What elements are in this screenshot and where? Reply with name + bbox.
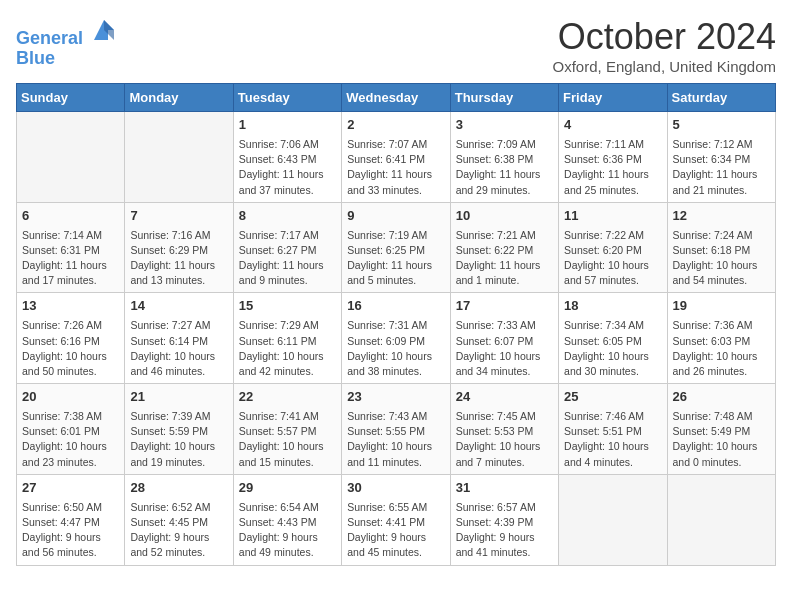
calendar-cell	[559, 474, 667, 565]
day-info: Sunrise: 7:34 AM Sunset: 6:05 PM Dayligh…	[564, 318, 661, 379]
logo-icon	[90, 16, 118, 44]
calendar-cell: 28Sunrise: 6:52 AM Sunset: 4:45 PM Dayli…	[125, 474, 233, 565]
calendar-cell: 22Sunrise: 7:41 AM Sunset: 5:57 PM Dayli…	[233, 384, 341, 475]
weekday-header: Saturday	[667, 84, 775, 112]
calendar-cell: 15Sunrise: 7:29 AM Sunset: 6:11 PM Dayli…	[233, 293, 341, 384]
calendar-cell: 31Sunrise: 6:57 AM Sunset: 4:39 PM Dayli…	[450, 474, 558, 565]
calendar-week-row: 27Sunrise: 6:50 AM Sunset: 4:47 PM Dayli…	[17, 474, 776, 565]
day-info: Sunrise: 7:48 AM Sunset: 5:49 PM Dayligh…	[673, 409, 770, 470]
day-info: Sunrise: 7:17 AM Sunset: 6:27 PM Dayligh…	[239, 228, 336, 289]
day-number: 22	[239, 388, 336, 407]
weekday-header: Friday	[559, 84, 667, 112]
day-info: Sunrise: 6:52 AM Sunset: 4:45 PM Dayligh…	[130, 500, 227, 561]
calendar-cell: 29Sunrise: 6:54 AM Sunset: 4:43 PM Dayli…	[233, 474, 341, 565]
day-number: 17	[456, 297, 553, 316]
calendar-cell: 17Sunrise: 7:33 AM Sunset: 6:07 PM Dayli…	[450, 293, 558, 384]
day-info: Sunrise: 7:19 AM Sunset: 6:25 PM Dayligh…	[347, 228, 444, 289]
day-info: Sunrise: 7:29 AM Sunset: 6:11 PM Dayligh…	[239, 318, 336, 379]
calendar-cell: 18Sunrise: 7:34 AM Sunset: 6:05 PM Dayli…	[559, 293, 667, 384]
day-info: Sunrise: 7:07 AM Sunset: 6:41 PM Dayligh…	[347, 137, 444, 198]
day-number: 20	[22, 388, 119, 407]
day-info: Sunrise: 7:33 AM Sunset: 6:07 PM Dayligh…	[456, 318, 553, 379]
day-number: 10	[456, 207, 553, 226]
day-info: Sunrise: 7:26 AM Sunset: 6:16 PM Dayligh…	[22, 318, 119, 379]
day-info: Sunrise: 7:45 AM Sunset: 5:53 PM Dayligh…	[456, 409, 553, 470]
day-info: Sunrise: 7:36 AM Sunset: 6:03 PM Dayligh…	[673, 318, 770, 379]
day-info: Sunrise: 7:31 AM Sunset: 6:09 PM Dayligh…	[347, 318, 444, 379]
calendar-cell: 27Sunrise: 6:50 AM Sunset: 4:47 PM Dayli…	[17, 474, 125, 565]
calendar-cell	[667, 474, 775, 565]
page-header: General Blue October 2024 Oxford, Englan…	[16, 16, 776, 75]
day-number: 6	[22, 207, 119, 226]
day-number: 3	[456, 116, 553, 135]
calendar-cell: 12Sunrise: 7:24 AM Sunset: 6:18 PM Dayli…	[667, 202, 775, 293]
day-number: 15	[239, 297, 336, 316]
day-number: 7	[130, 207, 227, 226]
calendar-cell: 30Sunrise: 6:55 AM Sunset: 4:41 PM Dayli…	[342, 474, 450, 565]
day-info: Sunrise: 6:55 AM Sunset: 4:41 PM Dayligh…	[347, 500, 444, 561]
day-info: Sunrise: 6:54 AM Sunset: 4:43 PM Dayligh…	[239, 500, 336, 561]
day-number: 11	[564, 207, 661, 226]
calendar-cell: 21Sunrise: 7:39 AM Sunset: 5:59 PM Dayli…	[125, 384, 233, 475]
day-info: Sunrise: 7:39 AM Sunset: 5:59 PM Dayligh…	[130, 409, 227, 470]
calendar-cell: 9Sunrise: 7:19 AM Sunset: 6:25 PM Daylig…	[342, 202, 450, 293]
weekday-header-row: SundayMondayTuesdayWednesdayThursdayFrid…	[17, 84, 776, 112]
day-number: 30	[347, 479, 444, 498]
calendar-cell: 11Sunrise: 7:22 AM Sunset: 6:20 PM Dayli…	[559, 202, 667, 293]
day-info: Sunrise: 7:06 AM Sunset: 6:43 PM Dayligh…	[239, 137, 336, 198]
calendar-cell	[125, 112, 233, 203]
day-number: 31	[456, 479, 553, 498]
location-text: Oxford, England, United Kingdom	[553, 58, 776, 75]
day-number: 2	[347, 116, 444, 135]
day-info: Sunrise: 7:22 AM Sunset: 6:20 PM Dayligh…	[564, 228, 661, 289]
calendar-cell: 23Sunrise: 7:43 AM Sunset: 5:55 PM Dayli…	[342, 384, 450, 475]
day-number: 9	[347, 207, 444, 226]
day-number: 1	[239, 116, 336, 135]
calendar-cell: 20Sunrise: 7:38 AM Sunset: 6:01 PM Dayli…	[17, 384, 125, 475]
weekday-header: Monday	[125, 84, 233, 112]
day-info: Sunrise: 7:12 AM Sunset: 6:34 PM Dayligh…	[673, 137, 770, 198]
calendar-table: SundayMondayTuesdayWednesdayThursdayFrid…	[16, 83, 776, 566]
day-info: Sunrise: 7:21 AM Sunset: 6:22 PM Dayligh…	[456, 228, 553, 289]
calendar-cell: 2Sunrise: 7:07 AM Sunset: 6:41 PM Daylig…	[342, 112, 450, 203]
day-info: Sunrise: 7:16 AM Sunset: 6:29 PM Dayligh…	[130, 228, 227, 289]
calendar-cell	[17, 112, 125, 203]
day-info: Sunrise: 7:27 AM Sunset: 6:14 PM Dayligh…	[130, 318, 227, 379]
day-info: Sunrise: 7:11 AM Sunset: 6:36 PM Dayligh…	[564, 137, 661, 198]
day-number: 27	[22, 479, 119, 498]
day-info: Sunrise: 7:38 AM Sunset: 6:01 PM Dayligh…	[22, 409, 119, 470]
day-number: 14	[130, 297, 227, 316]
day-number: 13	[22, 297, 119, 316]
calendar-week-row: 6Sunrise: 7:14 AM Sunset: 6:31 PM Daylig…	[17, 202, 776, 293]
calendar-week-row: 13Sunrise: 7:26 AM Sunset: 6:16 PM Dayli…	[17, 293, 776, 384]
calendar-cell: 14Sunrise: 7:27 AM Sunset: 6:14 PM Dayli…	[125, 293, 233, 384]
title-section: October 2024 Oxford, England, United Kin…	[553, 16, 776, 75]
day-number: 8	[239, 207, 336, 226]
day-number: 16	[347, 297, 444, 316]
calendar-cell: 5Sunrise: 7:12 AM Sunset: 6:34 PM Daylig…	[667, 112, 775, 203]
day-number: 5	[673, 116, 770, 135]
day-number: 4	[564, 116, 661, 135]
calendar-week-row: 20Sunrise: 7:38 AM Sunset: 6:01 PM Dayli…	[17, 384, 776, 475]
day-number: 12	[673, 207, 770, 226]
day-number: 25	[564, 388, 661, 407]
logo-text: General	[16, 16, 118, 49]
day-number: 23	[347, 388, 444, 407]
day-number: 18	[564, 297, 661, 316]
calendar-cell: 4Sunrise: 7:11 AM Sunset: 6:36 PM Daylig…	[559, 112, 667, 203]
calendar-cell: 7Sunrise: 7:16 AM Sunset: 6:29 PM Daylig…	[125, 202, 233, 293]
calendar-cell: 19Sunrise: 7:36 AM Sunset: 6:03 PM Dayli…	[667, 293, 775, 384]
day-info: Sunrise: 7:09 AM Sunset: 6:38 PM Dayligh…	[456, 137, 553, 198]
day-number: 24	[456, 388, 553, 407]
day-info: Sunrise: 7:46 AM Sunset: 5:51 PM Dayligh…	[564, 409, 661, 470]
month-title: October 2024	[553, 16, 776, 58]
day-info: Sunrise: 7:24 AM Sunset: 6:18 PM Dayligh…	[673, 228, 770, 289]
weekday-header: Sunday	[17, 84, 125, 112]
day-info: Sunrise: 7:41 AM Sunset: 5:57 PM Dayligh…	[239, 409, 336, 470]
calendar-cell: 16Sunrise: 7:31 AM Sunset: 6:09 PM Dayli…	[342, 293, 450, 384]
day-number: 26	[673, 388, 770, 407]
day-number: 19	[673, 297, 770, 316]
calendar-cell: 3Sunrise: 7:09 AM Sunset: 6:38 PM Daylig…	[450, 112, 558, 203]
weekday-header: Wednesday	[342, 84, 450, 112]
calendar-cell: 10Sunrise: 7:21 AM Sunset: 6:22 PM Dayli…	[450, 202, 558, 293]
